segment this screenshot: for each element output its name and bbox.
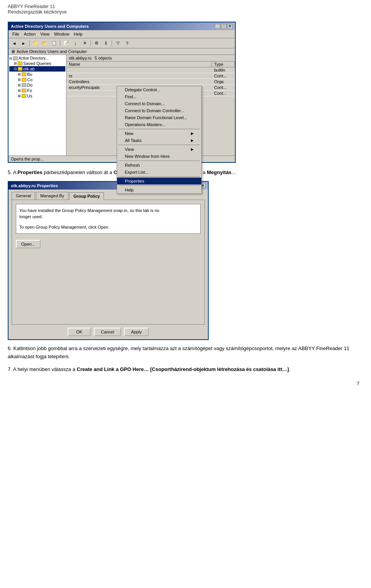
ctx-export[interactable]: Export List... (117, 169, 201, 176)
folder-sq-icon (18, 62, 22, 65)
ctx-new[interactable]: New ▶ (117, 130, 201, 137)
ctx-connect-domain-label: Connect to Domain... (125, 101, 165, 106)
ctx-properties-label: Properties (125, 179, 144, 183)
ctx-new-window-label: New Window from Here (125, 154, 170, 159)
table-row[interactable]: Controllers Orga (66, 79, 235, 85)
tree-otk[interactable]: ⊟ otk.ab (9, 66, 65, 72)
paste-button[interactable]: 📝 (62, 39, 70, 48)
tab-managed-by[interactable]: Managed By (36, 192, 68, 200)
section7-number: 7. (8, 366, 12, 372)
ctx-raise-label: Raise Domain Functional Level... (125, 115, 187, 120)
menu-view[interactable]: View (38, 31, 52, 37)
right-panel-count: 5 objects (95, 56, 112, 60)
copy-button[interactable]: 📋 (50, 39, 58, 48)
tab-group-policy[interactable]: Group Policy (69, 192, 104, 200)
help2-button[interactable]: ? (123, 39, 131, 48)
header-line2: Rendszergazdák kézikönyve (8, 9, 363, 15)
ctx-all-tasks[interactable]: All Tasks ▶ (117, 137, 201, 144)
row3-type: Orga (212, 79, 235, 84)
menu-help[interactable]: Help (71, 31, 85, 37)
menu-window[interactable]: Window (52, 31, 71, 37)
row3-name: Controllers (66, 79, 212, 84)
tree-bu-expand: ⊞ (18, 72, 22, 76)
delete-button[interactable]: ✕ (80, 39, 89, 48)
ctx-refresh[interactable]: Refresh (117, 162, 201, 169)
section5-text-end: ... (231, 169, 236, 175)
toolbar-sep1 (29, 40, 30, 46)
tree-sq-label: Saved Queries (23, 61, 51, 66)
open-btn-container: Open... (16, 238, 201, 251)
ad-right-container: otk.abbyy.ru 5 objects Name Type builtin… (66, 55, 235, 156)
col-name: Name (66, 62, 212, 67)
forward-button[interactable]: ► (19, 39, 28, 48)
open-button[interactable]: Open... (16, 240, 41, 248)
section6-content: Kattintson jobb gombbal arra a szervezet… (8, 345, 349, 359)
back-button[interactable]: ◄ (10, 39, 19, 48)
ad-titlebar: Active Directory Users and Computers _ □… (9, 22, 235, 30)
ctx-raise[interactable]: Raise Domain Functional Level... (117, 114, 201, 121)
tree-us[interactable]: ⊞ Us (9, 93, 65, 99)
section6-text: 6. Kattintson jobb gombbal arra a szerve… (8, 345, 363, 361)
ctx-connect-domain[interactable]: Connect to Domain... (117, 100, 201, 107)
tree-fo-expand: ⊞ (18, 89, 22, 92)
toolbar-sep2 (60, 40, 60, 46)
ctx-view[interactable]: View ▶ (117, 146, 201, 153)
menu-file[interactable]: File (10, 31, 22, 37)
ctx-connect-dc[interactable]: Connect to Domain Controller... (117, 107, 201, 114)
move-button[interactable]: ↕ (71, 39, 80, 48)
header-line1: ABBYY FineReader 11 (8, 4, 363, 9)
ctx-delegate[interactable]: Delegate Control... (117, 86, 201, 93)
ctx-new-label: New (125, 131, 133, 136)
tree-root[interactable]: ⊟ Active Directory... (9, 56, 65, 61)
icon-do (22, 83, 26, 87)
context-menu: Delegate Control... Find... Connect to D… (117, 86, 202, 194)
filter-button[interactable]: ▽ (114, 39, 122, 48)
tab-general[interactable]: General (12, 192, 35, 200)
row1-type: builtin (212, 67, 235, 73)
dialog-buttons: OK Cancel Apply (9, 325, 208, 339)
ok-button[interactable]: OK (68, 328, 91, 336)
section7-text-end: . (289, 366, 291, 372)
tree-saved-queries[interactable]: ⊞ Saved Queries (9, 61, 65, 66)
maximize-button[interactable]: □ (221, 24, 226, 29)
folder2-button[interactable]: 📂 (41, 39, 49, 48)
cancel-button[interactable]: Cancel (94, 328, 121, 336)
tree-root-label: Active Directory... (19, 56, 49, 60)
row1-name (66, 67, 212, 73)
tree-bu-label: Bu (27, 72, 32, 77)
minimize-button[interactable]: _ (215, 24, 220, 29)
dialog-empty-space (16, 251, 201, 320)
ad-toolbar: ◄ ► 📁 📂 📋 📝 ↕ ✕ ⚙ ℹ ▽ ? (9, 38, 235, 48)
ctx-sep4 (119, 176, 200, 177)
ctx-ops-label: Operations Masters... (125, 122, 165, 127)
ctx-view-arrow: ▶ (191, 147, 194, 151)
section5-text-before: A (13, 169, 18, 175)
ctx-new-window[interactable]: New Window from Here (117, 153, 201, 160)
ctx-ops[interactable]: Operations Masters... (117, 121, 201, 128)
ad-tree-panel: ⊟ Active Directory... ⊞ Saved Queries ⊟ … (9, 55, 66, 156)
apply-button[interactable]: Apply (124, 328, 149, 336)
tree-do[interactable]: ⊞ Do (9, 82, 65, 88)
section5-bold3: Megnyitás (207, 169, 231, 175)
info-button[interactable]: ℹ (102, 39, 110, 48)
tree-co[interactable]: ⊞ Co (9, 77, 65, 82)
ctx-sep1 (119, 129, 200, 129)
folder-button[interactable]: 📁 (31, 39, 40, 48)
ctx-new-arrow: ▶ (191, 132, 194, 135)
menu-action[interactable]: Action (22, 31, 38, 37)
tree-fo[interactable]: ⊞ Fo (9, 88, 65, 93)
ctx-properties[interactable]: Properties (117, 178, 201, 185)
info-line4: To open Group Policy Management, click O… (19, 224, 197, 231)
table-row[interactable]: rs Cont... (66, 73, 235, 79)
table-row[interactable]: builtin (66, 67, 235, 73)
ad-content-area: ⊟ Active Directory... ⊞ Saved Queries ⊟ … (9, 55, 235, 156)
tree-do-label: Do (27, 83, 32, 87)
props-button[interactable]: ⚙ (92, 39, 101, 48)
tree-bu[interactable]: ⊞ Bu (9, 72, 65, 77)
ctx-find[interactable]: Find... (117, 93, 201, 100)
dialog-content: You have installed the Group Policy Mana… (12, 200, 205, 325)
close-button[interactable]: ✕ (227, 24, 233, 29)
folder-co-icon (22, 78, 26, 82)
ctx-help[interactable]: Help (117, 186, 201, 193)
menubar: File Action View Window Help (9, 30, 235, 38)
